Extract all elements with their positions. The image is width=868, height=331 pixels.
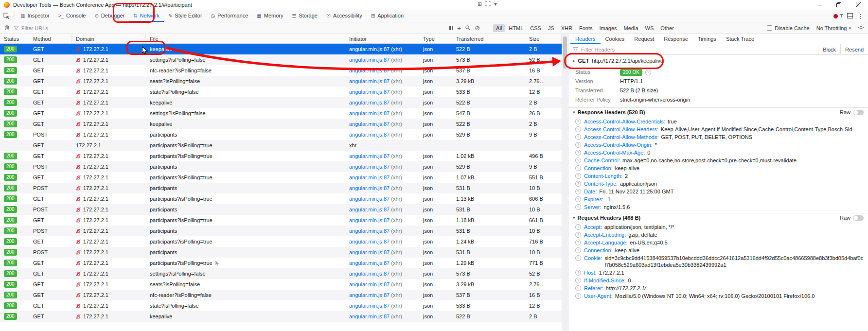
filter-xhr[interactable]: XHR [558,24,575,32]
initiator-link[interactable]: angular.min.js:87 [349,89,390,95]
initiator-link[interactable]: angular.min.js:87 [349,132,390,138]
scrollbar-thumb[interactable] [563,36,567,69]
meatball-menu-icon[interactable]: ⋮ [857,13,864,20]
header-item[interactable]: ?Referer:http://172.27.2.1/ [568,284,868,292]
header-item[interactable]: ?Access-Control-Allow-Headers:Keep-Alive… [568,125,868,133]
request-row[interactable]: 200GET172.27.2.1participants?isPolling=t… [0,151,562,161]
header-item[interactable]: ?Content-Type:application/json [568,180,868,188]
split-console-icon[interactable] [847,13,853,19]
request-row[interactable]: GET172.27.2.1participants?isPolling=true… [0,140,562,151]
initiator-link[interactable]: angular.min.js:87 [349,68,390,73]
help-icon[interactable]: ? [575,255,581,261]
fullscreen-corners-icon[interactable] [485,1,491,7]
detail-tab-response[interactable]: Response [659,34,693,44]
request-row[interactable]: 200POST172.27.2.1participantsangular.min… [0,247,562,258]
network-list-scrollbar[interactable] [562,34,568,331]
column-header-type[interactable]: Type [419,34,452,43]
request-row[interactable]: 200GET172.27.2.1keepaliveangular.min.js:… [0,44,562,54]
help-icon[interactable]: ? [575,224,581,230]
request-row[interactable]: 200POST172.27.2.1participantsangular.min… [0,204,562,215]
header-item[interactable]: ?Accept-Encoding:gzip, deflate [568,231,868,239]
help-icon[interactable]: ? [575,278,581,283]
header-item[interactable]: ?Access-Control-Max-Age:0 [568,149,868,157]
help-icon[interactable]: ? [575,270,581,276]
filter-fonts[interactable]: Fonts [576,24,596,32]
detail-tab-request[interactable]: Request [629,34,659,44]
help-icon[interactable]: ? [575,142,581,148]
request-row[interactable]: 200POST172.27.2.1participantsangular.min… [0,226,562,236]
filter-js[interactable]: JS [545,24,557,32]
raw-toggle-request[interactable]: Raw [840,215,864,221]
block-button[interactable]: Block [818,44,840,54]
initiator-link[interactable]: angular.min.js:87 [349,207,390,212]
expanded-twisty-icon[interactable]: ▾ [573,215,575,220]
tool-tab-debugger[interactable]: ⊙Debugger [90,10,129,22]
collapsed-twisty-icon[interactable]: ▸ [573,58,575,63]
toggle-switch-icon[interactable] [853,215,864,221]
header-item[interactable]: ?Expires:-1 [568,195,868,203]
request-row[interactable]: 200POST172.27.2.1participantsangular.min… [0,129,562,140]
initiator-link[interactable]: angular.min.js:87 [349,292,390,298]
help-icon[interactable]: ? [575,157,581,163]
throttling-dropdown[interactable]: No Throttling▾ [816,25,851,31]
request-row[interactable]: 200GET172.27.2.1participants?isPolling=t… [0,193,562,204]
toggle-switch-icon[interactable] [853,110,864,115]
help-icon[interactable]: ? [575,285,581,291]
help-icon[interactable]: ? [575,150,581,156]
header-item[interactable]: ?Connection:keep-alive [568,164,868,172]
header-item[interactable]: ?Access-Control-Allow-Credentials:true [568,118,868,125]
initiator-link[interactable]: angular.min.js:87 [349,100,390,105]
help-icon[interactable]: ? [575,189,581,194]
initiator-link[interactable]: angular.min.js:87 [349,153,390,159]
tool-tab-network[interactable]: ⇅Network [129,10,164,22]
header-item[interactable]: ?Cookie:sid=3c9cbc9dd415384059537b10ebcd… [568,254,868,269]
tool-tab-storage[interactable]: ☰Storage [287,10,322,22]
help-icon[interactable]: ? [575,247,581,253]
request-row[interactable]: 200GET172.27.2.1state?isPolling=falseang… [0,87,562,97]
request-headers-section-header[interactable]: ▾ Request Headers (468 B) Raw [568,213,868,222]
header-item[interactable]: ?Access-Control-Allow-Methods:GET, POST,… [568,133,868,141]
request-row[interactable]: 200GET172.27.2.1settings?isPolling=false… [0,108,562,119]
column-header-domain[interactable]: Domain [72,34,146,43]
response-headers-section-header[interactable]: ▾ Response Headers (520 B) Raw [568,107,868,117]
column-header-size[interactable]: Size [525,34,562,43]
tool-tab-console[interactable]: >_Console [54,10,90,22]
request-url-row[interactable]: ▸ GET http://172.27.2.1/api/keepalive [568,55,868,67]
header-item[interactable]: ?Server:nginx/1.5.6 [568,203,868,211]
restore-button[interactable] [829,0,849,10]
raw-toggle-response[interactable]: Raw [840,109,864,115]
help-icon[interactable]: ? [575,134,581,140]
initiator-link[interactable]: xhr [349,142,356,148]
clear-requests-button[interactable] [4,25,10,32]
help-icon[interactable]: ? [575,293,581,299]
help-icon[interactable]: ? [575,126,581,132]
request-row[interactable]: 200GET172.27.2.1participants?isPolling=t… [0,236,562,247]
close-button[interactable] [849,0,868,10]
initiator-link[interactable]: angular.min.js:87 [349,249,390,255]
header-item[interactable]: ?If-Modified-Since:0 [568,277,868,284]
filter-ws[interactable]: WS [642,24,657,32]
request-row[interactable]: 200GET172.27.2.1settings?isPolling=false… [0,268,562,279]
header-item[interactable]: ?Content-Length:2 [568,172,868,180]
help-icon[interactable]: ? [575,173,581,179]
search-icon[interactable] [465,25,471,32]
detail-tab-timings[interactable]: Timings [693,34,721,44]
initiator-link[interactable]: angular.min.js:87 [349,239,390,244]
help-icon[interactable]: ? [575,181,581,187]
filter-headers-input[interactable] [581,47,815,52]
initiator-link[interactable]: angular.min.js:87 [349,121,390,127]
request-row[interactable]: 200GET172.27.2.1state?isPolling=falseang… [0,300,562,311]
initiator-link[interactable]: angular.min.js:87 [349,281,390,287]
column-header-transferred[interactable]: Transferred [452,34,525,43]
request-row[interactable]: 200GET172.27.2.1participants?isPolling=t… [0,215,562,226]
request-row[interactable]: 200GET172.27.2.1nfc-reader?isPolling=fal… [0,65,562,76]
detail-tab-headers[interactable]: Headers [570,34,601,44]
initiator-link[interactable]: angular.min.js:87 [349,217,390,223]
grid-icon[interactable]: ⊞ [478,1,482,7]
tool-tab-style-editor[interactable]: ✎Style Editor [164,10,207,22]
request-row[interactable]: 200POST172.27.2.1participantsangular.min… [0,183,562,193]
header-item[interactable]: ?Accept-Language:en-US,en;q=0.5 [568,239,868,246]
tool-tab-inspector[interactable]: ▥Inspector [16,10,54,22]
filter-urls-input[interactable] [21,25,439,31]
initiator-link[interactable]: angular.min.js:87 [349,110,390,116]
